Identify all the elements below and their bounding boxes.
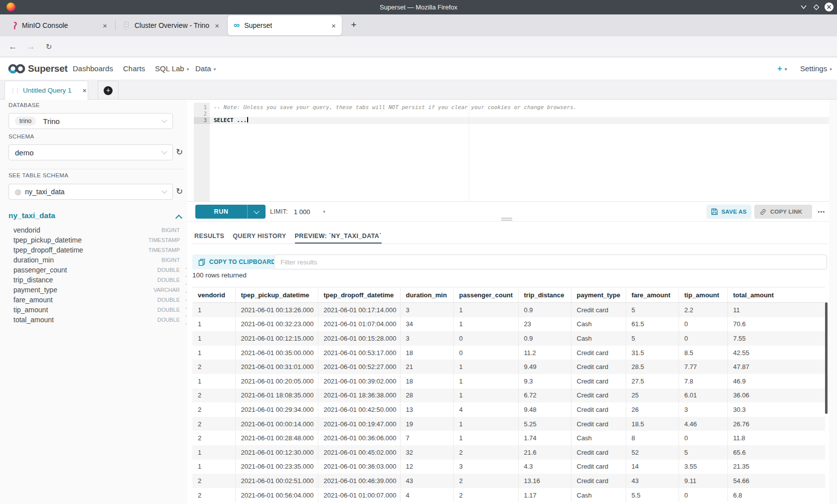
sidebar-divider [8, 169, 183, 169]
results-cell: 0 [679, 488, 727, 503]
browser-tab-label: Cluster Overview - Trino [135, 21, 209, 29]
more-actions-button[interactable]: ••• [815, 205, 828, 219]
add-query-tab[interactable]: + [98, 81, 119, 100]
sidebar-resize-handle[interactable] [186, 268, 187, 327]
results-cell: 61.5 [626, 317, 679, 332]
minimize-button[interactable] [800, 4, 807, 9]
results-cell: Credit card [571, 474, 626, 488]
line-number: 3 [194, 117, 207, 124]
add-new-button[interactable]: +▾ [777, 57, 787, 81]
superset-brand-text[interactable]: Superset [28, 57, 68, 80]
results-cell: 1 [192, 374, 235, 388]
results-cell: 0.9 [518, 303, 571, 317]
sql-comment-line[interactable]: -- Note: Unless you save your query, the… [214, 104, 576, 111]
back-button[interactable]: ← [6, 36, 20, 57]
table-name-heading[interactable]: ny_taxi_data [8, 211, 55, 220]
nav-item-dashboards[interactable]: Dashboards [73, 57, 113, 80]
results-cell: 42.55 [727, 346, 825, 360]
results-cell: Credit card [571, 417, 626, 431]
results-header-cell[interactable]: passenger_count [453, 287, 518, 303]
schema-select[interactable]: demo [8, 144, 173, 160]
browser-tab-minio[interactable]: MinIO Console × [4, 15, 113, 35]
results-header-cell[interactable]: total_amount [727, 287, 825, 303]
results-header-cell[interactable]: tpep_pickup_datetime [235, 287, 318, 303]
results-cell: 2021-06-01 00:28:48.000 [235, 431, 318, 445]
query-tab-close-icon[interactable]: × [83, 87, 87, 95]
schema-column-row: tip_amountDOUBLE [8, 305, 180, 315]
editor-active-line [210, 117, 829, 124]
results-cell: 0.9 [518, 331, 571, 346]
results-header-cell[interactable]: tip_amount [679, 287, 727, 303]
results-cell: 2021-06-01 00:02:51.000 [235, 474, 318, 488]
schema-column-type: BIGINT [161, 257, 180, 263]
south-tab-results[interactable]: RESULTS [194, 233, 224, 244]
results-cell: 11.8 [727, 431, 825, 445]
results-cell: 1 [453, 431, 518, 445]
nav-item-sql-lab[interactable]: SQL Lab▾ [155, 57, 189, 81]
drag-handle-icon[interactable]: ⋮⋮ [10, 87, 19, 94]
refresh-table-icon[interactable]: ↻ [174, 187, 184, 197]
results-cell: 31.5 [626, 346, 679, 360]
results-cell: 3 [400, 303, 453, 317]
reload-button[interactable]: ↻ [42, 36, 56, 57]
browser-tab-superset[interactable]: ∞ Superset × [228, 15, 342, 35]
results-header-cell[interactable]: tpep_dropoff_datetime [318, 287, 400, 303]
results-header-cell[interactable]: fare_amount [626, 287, 679, 303]
save-as-button[interactable]: SAVE AS [706, 205, 751, 219]
table-schema-select[interactable]: ◎ ny_taxi_data [8, 184, 173, 200]
results-cell: 2021-06-01 00:12:15.000 [235, 331, 318, 346]
maximize-button[interactable] [813, 4, 820, 10]
results-cell: 0 [453, 346, 518, 360]
filter-results-input[interactable] [274, 254, 827, 269]
copy-to-clipboard-button[interactable]: COPY TO CLIPBOARD [192, 254, 281, 269]
results-cell: 2021-06-01 00:45:02.000 [318, 445, 400, 460]
results-cell: 18.5 [626, 417, 679, 431]
run-query-button[interactable]: RUN [195, 205, 266, 219]
query-tab-untitled[interactable]: ⋮⋮ Untitled Query 1 × [4, 81, 88, 100]
tab-close-icon[interactable]: × [215, 22, 219, 29]
schema-column-row: tpep_pickup_datetimeTIMESTAMP [8, 235, 180, 245]
editor-print-margin [469, 103, 469, 201]
results-cell: 6.8 [727, 488, 825, 503]
schema-columns-list: vendoridBIGINTtpep_pickup_datetimeTIMEST… [8, 225, 180, 325]
refresh-schema-icon[interactable]: ↻ [174, 147, 184, 157]
results-cell: Credit card [571, 346, 626, 360]
sql-select-line[interactable]: SELECT ... [214, 117, 248, 124]
copy-link-button[interactable]: COPY LINK [754, 205, 812, 219]
south-tab-preview-ny-taxi-data[interactable]: PREVIEW: `NY_TAXI_DATA` [295, 233, 382, 244]
results-header-cell[interactable]: vendorid [192, 287, 235, 303]
table-scrollbar-thumb[interactable] [825, 302, 828, 414]
pane-divider [187, 221, 829, 222]
results-row: 12021-06-01 00:13:26.0002021-06-01 00:17… [192, 303, 825, 317]
results-header-cell[interactable]: trip_distance [518, 287, 571, 303]
pane-resize-handle[interactable] [501, 218, 512, 221]
nav-item-data[interactable]: Data▾ [195, 57, 216, 81]
database-select[interactable]: trino Trino [8, 113, 173, 129]
close-button[interactable] [825, 2, 834, 11]
results-cell: 1.17 [518, 488, 571, 503]
new-tab-button[interactable]: + [347, 18, 360, 31]
run-options-chevron[interactable] [248, 211, 266, 213]
results-cell: 1 [453, 303, 518, 317]
results-cell: 28.5 [626, 360, 679, 374]
settings-menu[interactable]: Settings▾ [800, 57, 832, 81]
tab-close-icon[interactable]: × [103, 22, 107, 29]
results-row: 12021-06-01 00:32:23.0002021-06-01 01:07… [192, 317, 825, 332]
results-cell: 54.66 [727, 474, 825, 488]
results-cell: 1.74 [518, 431, 571, 445]
schema-column-name: total_amount [8, 316, 54, 324]
results-cell: 25 [626, 388, 679, 403]
tab-close-icon[interactable]: × [331, 22, 336, 29]
results-cell: 5 [626, 303, 679, 317]
link-icon [759, 208, 767, 216]
forward-button[interactable]: → [24, 36, 38, 57]
nav-item-charts[interactable]: Charts [123, 57, 145, 80]
results-header-cell[interactable]: payment_type [571, 287, 626, 303]
results-header-cell[interactable]: duration_min [400, 287, 453, 303]
results-cell: 11.2 [518, 346, 571, 360]
results-row: 22021-06-01 00:28:48.0002021-06-01 00:36… [192, 431, 825, 445]
south-tab-query-history[interactable]: QUERY HISTORY [233, 233, 286, 244]
results-cell: 0 [679, 317, 727, 332]
limit-dropdown[interactable]: LIMIT: 1 000 ▾ [270, 205, 325, 219]
browser-tab-trino[interactable]: Cluster Overview - Trino × [117, 15, 225, 35]
